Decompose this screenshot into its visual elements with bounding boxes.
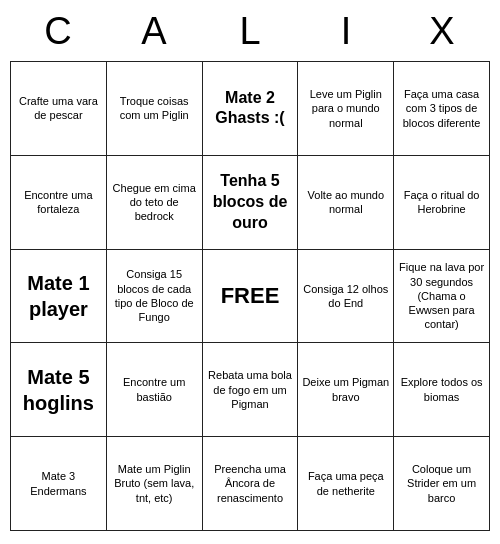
bingo-cell-7[interactable]: Tenha 5 blocos de ouro bbox=[203, 156, 299, 250]
bingo-grid: Crafte uma vara de pescarTroque coisas c… bbox=[10, 61, 490, 531]
bingo-cell-0[interactable]: Crafte uma vara de pescar bbox=[11, 62, 107, 156]
header-letter-x: X bbox=[398, 10, 486, 53]
bingo-cell-10[interactable]: Mate 1 player bbox=[11, 250, 107, 344]
bingo-cell-18[interactable]: Deixe um Pigman bravo bbox=[298, 343, 394, 437]
bingo-cell-16[interactable]: Encontre um bastião bbox=[107, 343, 203, 437]
bingo-cell-22[interactable]: Preencha uma Âncora de renascimento bbox=[203, 437, 299, 531]
header-letter-l: L bbox=[206, 10, 294, 53]
bingo-cell-11[interactable]: Consiga 15 blocos de cada tipo de Bloco … bbox=[107, 250, 203, 344]
bingo-cell-9[interactable]: Faça o ritual do Herobrine bbox=[394, 156, 490, 250]
bingo-cell-17[interactable]: Rebata uma bola de fogo em um Pigman bbox=[203, 343, 299, 437]
bingo-cell-13[interactable]: Consiga 12 olhos do End bbox=[298, 250, 394, 344]
header-letter-i: I bbox=[302, 10, 390, 53]
bingo-cell-14[interactable]: Fique na lava por 30 segundos (Chama o E… bbox=[394, 250, 490, 344]
bingo-cell-20[interactable]: Mate 3 Endermans bbox=[11, 437, 107, 531]
bingo-cell-5[interactable]: Encontre uma fortaleza bbox=[11, 156, 107, 250]
bingo-cell-15[interactable]: Mate 5 hoglins bbox=[11, 343, 107, 437]
bingo-header: C A L I X bbox=[10, 0, 490, 61]
bingo-cell-1[interactable]: Troque coisas com um Piglin bbox=[107, 62, 203, 156]
bingo-cell-24[interactable]: Coloque um Strider em um barco bbox=[394, 437, 490, 531]
bingo-cell-23[interactable]: Faça uma peça de netherite bbox=[298, 437, 394, 531]
bingo-cell-12[interactable]: FREE bbox=[203, 250, 299, 344]
bingo-cell-3[interactable]: Leve um Piglin para o mundo normal bbox=[298, 62, 394, 156]
bingo-cell-4[interactable]: Faça uma casa com 3 tipos de blocos dife… bbox=[394, 62, 490, 156]
bingo-cell-21[interactable]: Mate um Piglin Bruto (sem lava, tnt, etc… bbox=[107, 437, 203, 531]
header-letter-a: A bbox=[110, 10, 198, 53]
header-letter-c: C bbox=[14, 10, 102, 53]
bingo-cell-6[interactable]: Chegue em cima do teto de bedrock bbox=[107, 156, 203, 250]
bingo-cell-19[interactable]: Explore todos os biomas bbox=[394, 343, 490, 437]
bingo-cell-2[interactable]: Mate 2 Ghasts :( bbox=[203, 62, 299, 156]
bingo-cell-8[interactable]: Volte ao mundo normal bbox=[298, 156, 394, 250]
